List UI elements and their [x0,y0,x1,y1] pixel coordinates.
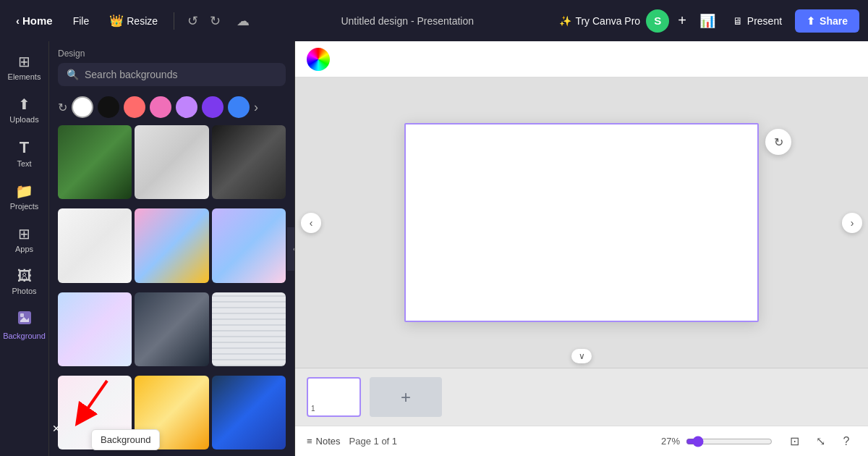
sidebar-label-photos: Photos [12,287,36,295]
present-button[interactable]: 🖥 Present [726,11,789,31]
notes-label: Notes [316,436,341,447]
color-swatch-white[interactable] [72,96,93,118]
crown-icon: 👑 [109,14,124,28]
background-thumb-dark-clouds[interactable] [135,292,208,366]
sidebar-label-text: Text [17,159,31,168]
slide-canvas[interactable] [404,123,759,322]
background-thumb-cloud-sky[interactable] [212,208,286,282]
try-pro-button[interactable]: ✨ Try Canva Pro [559,15,640,27]
color-reload-button[interactable]: ↻ [58,101,67,114]
resize-button[interactable]: 👑 Resize [102,9,165,32]
main-layout: ⊞ Elements ⬆ Uploads T Text 📁 Projects ⊞… [0,41,868,456]
search-input[interactable] [85,69,277,80]
present-label: Present [747,15,782,27]
text-icon: T [20,138,29,157]
svg-line-3 [82,381,107,417]
home-label: Home [22,14,53,27]
sidebar-label-background: Background [3,332,46,340]
canvas-toolbar [295,41,868,77]
background-thumb-white-texture[interactable] [58,208,132,282]
page-thumbnail-1[interactable]: 1 [307,377,361,417]
monitor-icon: 🖥 [733,15,743,27]
add-collaborator-button[interactable]: + [675,9,689,32]
page-info: Page 1 of 1 [349,436,398,447]
chevron-left-icon: ‹ [16,14,20,27]
sidebar-item-text[interactable]: T Text [3,132,46,174]
page-number-1: 1 [311,405,357,413]
color-picker-button[interactable] [307,48,330,71]
refresh-button[interactable]: ↻ [765,129,791,155]
more-colors-button[interactable]: › [254,100,258,115]
color-swatch-coral[interactable] [124,96,145,118]
elements-icon: ⊞ [18,53,30,70]
background-thumb-pink-blue[interactable] [135,208,208,282]
apps-icon: ⊞ [18,225,30,242]
share-icon: ⬆ [807,15,815,27]
background-icon [17,310,33,329]
collapse-panel-button[interactable]: ‹ [287,227,295,271]
zoom-slider[interactable] [686,436,773,447]
background-thumb-stripes[interactable] [212,292,286,366]
close-annotation-button[interactable]: ✕ [52,423,61,434]
background-thumb-poly[interactable] [135,125,208,199]
color-swatch-purple[interactable] [176,96,197,118]
nav-divider [174,12,174,30]
bottom-bar: ≡ Notes Page 1 of 1 27% ⊡ ⤡ ? [295,426,868,456]
background-tooltip: Background [91,429,160,450]
fullscreen-button[interactable]: ⤡ [810,431,830,452]
share-button[interactable]: ⬆ Share [795,9,859,33]
sidebar-item-uploads[interactable]: ⬆ Uploads [3,90,46,130]
analytics-icon[interactable]: 📊 [695,10,720,32]
file-menu[interactable]: File [66,11,97,31]
canvas-workspace[interactable]: ‹ ↻ › ∨ [295,77,868,368]
color-swatch-blue[interactable] [228,96,250,118]
color-filter-row: ↻ › [49,93,294,125]
panel-header: Design [49,41,294,63]
redo-button[interactable]: ↻ [205,10,225,32]
scroll-down-button[interactable]: ∨ [571,349,592,363]
zoom-percent-label: 27% [661,436,680,447]
background-panel: Design 🔍 ↻ › [49,41,295,456]
home-button[interactable]: ‹ Home [9,10,60,31]
notes-button[interactable]: ≡ Notes [307,436,341,447]
uploads-icon: ⬆ [18,96,30,113]
document-title: Untitled design - Presentation [261,15,553,27]
projects-icon: 📁 [15,182,33,200]
cloud-save-icon[interactable]: ☁ [231,10,255,32]
undo-redo-group: ↺ ↻ [183,10,225,32]
color-swatch-violet[interactable] [202,96,224,118]
sidebar-label-apps: Apps [15,245,33,253]
background-thumb-building[interactable] [212,376,286,449]
slide-wrapper: ↻ [404,123,759,322]
sidebar-item-elements[interactable]: ⊞ Elements [3,47,46,87]
color-swatch-black[interactable] [98,96,119,118]
zoom-area: 27% ⊡ ⤡ ? [661,431,856,452]
notes-icon: ≡ [307,436,312,447]
color-swatch-pink[interactable] [150,96,171,118]
background-thumb-marble-blue[interactable] [58,292,132,366]
try-pro-label: Try Canva Pro [575,15,640,27]
sidebar-item-apps[interactable]: ⊞ Apps [3,219,46,259]
annotation-arrow [56,373,114,434]
svg-rect-1 [20,313,24,317]
sidebar-label-projects: Projects [10,202,39,211]
sidebar-label-elements: Elements [8,72,41,81]
photos-icon: 🖼 [17,268,32,284]
add-page-button[interactable]: + [370,377,442,417]
help-button[interactable]: ? [836,431,856,452]
sidebar-item-photos[interactable]: 🖼 Photos [3,262,46,301]
top-navigation: ‹ Home File 👑 Resize ↺ ↻ ☁ Untitled desi… [0,0,868,41]
search-icon: 🔍 [67,69,79,80]
scroll-left-button[interactable]: ‹ [301,213,321,233]
pages-bar: 1 + [295,368,868,426]
search-box: 🔍 [58,63,286,86]
background-thumb-bw-portrait[interactable] [212,125,286,199]
sidebar-item-projects[interactable]: 📁 Projects [3,177,46,216]
fit-page-button[interactable]: ⊡ [784,431,804,452]
background-thumb-palm[interactable] [58,125,132,199]
bottom-icons-group: ⊡ ⤡ ? [784,431,856,452]
avatar[interactable]: S [646,9,669,33]
undo-button[interactable]: ↺ [183,10,203,32]
scroll-right-button[interactable]: › [842,213,862,233]
sidebar-item-background[interactable]: Background [3,304,46,346]
